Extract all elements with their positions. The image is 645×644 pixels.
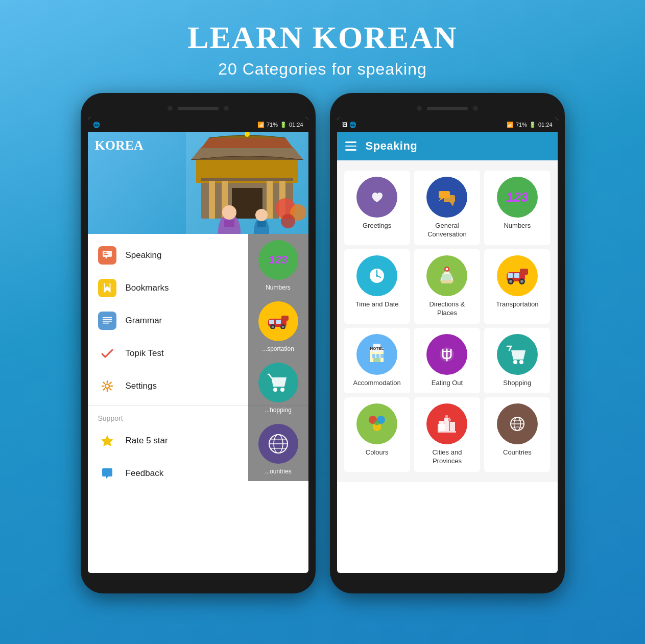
svg-rect-75 (372, 354, 375, 358)
bookmarks-menu-label: Bookmarks (126, 283, 169, 293)
signal-icon-left: 📶 (257, 122, 265, 128)
category-cities-provinces[interactable]: Cities andProvinces (414, 397, 480, 472)
category-numbers[interactable]: 123 Numbers (484, 171, 550, 245)
countries-icon (497, 403, 538, 444)
category-directions[interactable]: Directions &Places (414, 249, 480, 324)
category-eating-out[interactable]: Eating Out (414, 328, 480, 394)
hamburger-menu[interactable] (345, 141, 356, 151)
speaker-left (178, 107, 219, 110)
category-colours[interactable]: Colours (344, 397, 410, 472)
svg-rect-17 (257, 221, 266, 227)
svg-rect-39 (269, 320, 274, 324)
svg-rect-29 (102, 321, 111, 322)
countries-label: Countries (503, 448, 532, 457)
svg-rect-30 (102, 323, 109, 324)
partial-shopping-icon (258, 363, 298, 402)
signal-icon-right: 📶 (507, 122, 514, 128)
svg-marker-32 (101, 435, 113, 446)
cities-icon (426, 403, 467, 444)
svg-rect-65 (514, 273, 519, 278)
svg-rect-94 (450, 422, 455, 431)
partial-overlay: 123 Numbers ...sportation ...hopping (248, 234, 308, 481)
eating-out-label: Eating Out (432, 379, 463, 388)
category-shopping[interactable]: Shopping (484, 328, 550, 394)
svg-rect-77 (380, 354, 384, 358)
battery-icon-right: 🔋 (529, 122, 536, 128)
hamburger-line-1 (345, 141, 356, 143)
korea-header: KOREA (88, 132, 308, 234)
svg-rect-76 (376, 354, 379, 358)
svg-rect-28 (102, 319, 111, 320)
settings-menu-icon (98, 377, 116, 395)
status-bar-right: 🖼 🌐 📶 71% 🔋 01:24 (337, 117, 558, 132)
shopping-icon (497, 334, 538, 375)
svg-point-31 (105, 384, 109, 388)
svg-rect-7 (209, 180, 215, 219)
topik-menu-label: Topik Test (126, 348, 164, 359)
category-greetings[interactable]: Greetings (344, 171, 410, 245)
time-right: 01:24 (538, 122, 553, 128)
svg-rect-11 (201, 178, 293, 181)
svg-point-89 (374, 420, 379, 425)
svg-text:HOTEL: HOTEL (370, 346, 384, 351)
page-title: LEARN KOREAN (0, 0, 645, 56)
feedback-menu-label: Feedback (126, 468, 164, 479)
speaking-menu-label: Speaking (126, 250, 162, 260)
svg-rect-14 (224, 220, 234, 227)
transportation-icon (497, 255, 538, 296)
battery-text-left: 71% (267, 122, 278, 128)
status-right-left: 📶 71% 🔋 01:24 (257, 122, 303, 128)
svg-rect-52 (444, 195, 455, 202)
time-date-icon (356, 255, 397, 296)
cities-provinces-label: Cities andProvinces (433, 448, 462, 466)
left-phone: 🌐 📶 71% 🔋 01:24 KOREA (81, 93, 316, 593)
svg-point-83 (513, 360, 517, 364)
category-accommodation[interactable]: HOTEL Accommodation (344, 328, 410, 394)
settings-menu-label: Settings (126, 381, 157, 391)
speaking-menu-icon (98, 246, 116, 265)
partial-countries-label: ...ountries (265, 468, 292, 475)
svg-point-69 (520, 280, 523, 283)
phones-container: 🌐 📶 71% 🔋 01:24 KOREA (0, 93, 645, 593)
eating-out-icon (426, 334, 467, 375)
partial-transport-icon (258, 301, 298, 341)
greetings-icon (356, 177, 397, 218)
camera-left (168, 106, 173, 111)
category-transportation[interactable]: Transportation (484, 249, 550, 324)
svg-rect-38 (281, 316, 289, 321)
topik-menu-icon (98, 344, 116, 363)
phone-top-bar-right (337, 102, 558, 114)
svg-marker-5 (201, 138, 293, 148)
status-right-right: 📶 71% 🔋 01:24 (507, 122, 553, 128)
bookmarks-menu-icon (98, 279, 116, 297)
camera-right-left (224, 106, 229, 111)
svg-rect-64 (508, 273, 513, 278)
svg-point-41 (273, 388, 277, 392)
feedback-menu-icon (98, 464, 116, 483)
grammar-menu-label: Grammar (126, 316, 162, 326)
accommodation-icon: HOTEL (356, 334, 397, 375)
directions-label: Directions &Places (429, 300, 465, 318)
svg-point-84 (519, 360, 523, 364)
accommodation-label: Accommodation (353, 379, 401, 388)
svg-point-6 (245, 132, 250, 137)
battery-text-right: 71% (516, 122, 527, 128)
category-general-conversation[interactable]: GeneralConversation (414, 171, 480, 245)
svg-point-35 (271, 326, 274, 328)
partial-transport-label: ...sportation (262, 345, 294, 352)
partial-numbers-label: Numbers (266, 284, 291, 291)
camera-left-right (417, 106, 422, 111)
status-bar-left: 🌐 📶 71% 🔋 01:24 (88, 117, 308, 132)
category-countries[interactable]: Countries (484, 397, 550, 472)
hamburger-line-2 (345, 146, 356, 147)
speaking-header-title: Speaking (366, 139, 418, 153)
numbers-label: Numbers (504, 222, 531, 230)
speaking-header: Speaking (337, 132, 558, 160)
general-conversation-icon (426, 177, 467, 218)
shopping-label: Shopping (503, 379, 531, 388)
category-time-date[interactable]: Time and Date (344, 249, 410, 324)
rate-menu-label: Rate 5 star (126, 436, 168, 446)
svg-point-61 (446, 268, 448, 270)
time-date-label: Time and Date (355, 300, 399, 309)
grammar-menu-icon (98, 312, 116, 330)
